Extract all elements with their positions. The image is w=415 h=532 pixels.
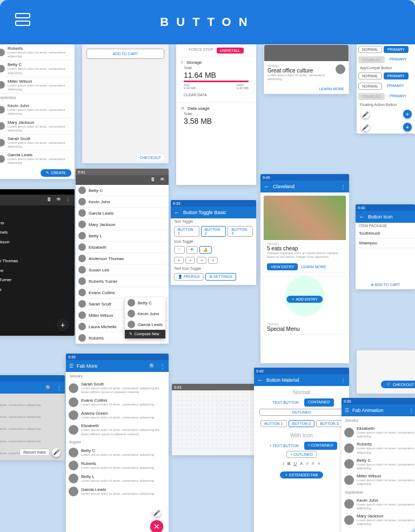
back-icon[interactable]: ← — [257, 377, 263, 383]
align-justify-icon[interactable]: ≡ — [208, 257, 218, 264]
delete-icon[interactable]: 🗑 — [151, 177, 155, 183]
menu-icon[interactable]: ☰ — [69, 363, 73, 369]
bell-icon[interactable]: 🔔 — [199, 246, 212, 254]
outlined-icon-button[interactable]: + OUTLINED — [286, 451, 316, 458]
add-entry-button[interactable]: + ADD ENTRY — [286, 296, 323, 303]
data-icon: ◔ — [180, 106, 184, 111]
mic-fab[interactable]: 🎤 — [152, 508, 161, 517]
color-icon[interactable]: A — [300, 461, 303, 466]
storage-icon: ≡ — [180, 59, 183, 65]
item: Toothbrush — [356, 229, 415, 238]
add-fab[interactable]: + — [56, 318, 69, 331]
checkout-button[interactable]: CHECKOUT — [137, 155, 164, 161]
avatar — [336, 64, 345, 74]
page-title: BUTTON — [160, 15, 255, 29]
back-icon[interactable]: ← — [264, 183, 270, 190]
mic-fab[interactable]: 🎤 — [361, 123, 370, 131]
contact-name: Roberts — [8, 46, 72, 51]
more-icon[interactable]: ⋮ — [409, 408, 414, 414]
more-icon[interactable]: ⋮ — [56, 385, 62, 391]
more-icon[interactable]: ⋮ — [66, 197, 70, 203]
back-icon[interactable]: ← — [359, 214, 365, 220]
eye-icon[interactable]: 👁 — [186, 246, 198, 254]
force-stop-button[interactable]: FORCE STOP — [189, 48, 213, 54]
heart-icon[interactable]: ♡ — [174, 246, 185, 254]
card-title: 5 eats cheap — [267, 245, 343, 251]
settings-button[interactable]: ⚙ SETTINGS — [205, 273, 236, 281]
food-image — [264, 196, 346, 240]
clear-data-button[interactable]: CLEAR DATA — [180, 90, 252, 100]
record-voice-button[interactable]: Record Voice — [19, 449, 50, 456]
add-fab[interactable]: + — [403, 123, 412, 131]
more-icon[interactable]: ⋮ — [160, 363, 165, 369]
align-right-icon[interactable]: ≡ — [197, 257, 206, 264]
profile-button[interactable]: 👤 PROFILE — [174, 273, 204, 281]
office-image — [264, 45, 349, 61]
data-usage: 3.58 MB — [180, 117, 252, 125]
card-title: Great office culture — [267, 68, 332, 74]
contained-button[interactable]: CONTAINED — [304, 398, 334, 407]
more-icon[interactable]: ⋮ — [340, 184, 346, 190]
search-icon[interactable]: 🔍 — [45, 385, 52, 391]
mic-fab[interactable]: 🎤 — [361, 110, 370, 118]
add-to-cart-button[interactable]: ADD TO CART — [86, 49, 164, 59]
align-left-icon[interactable]: ≡ — [306, 461, 309, 466]
learn-more-button[interactable]: LEARN MORE — [319, 87, 344, 91]
total-storage: 11.64 MB — [180, 71, 252, 79]
bold-icon[interactable]: B — [287, 461, 291, 466]
italic-icon[interactable]: I — [283, 461, 284, 466]
back-icon[interactable]: ← — [174, 209, 180, 216]
align-center-icon[interactable]: ≡ — [185, 257, 195, 264]
button1[interactable]: BUTTON 1 — [174, 226, 199, 237]
align-center-icon[interactable]: ≡ — [312, 461, 314, 466]
extended-fab[interactable]: + EXTENDED FAB — [280, 471, 323, 478]
uninstall-button[interactable]: UNINSTALL — [217, 48, 244, 54]
toolbar: 🗑 ✉ ⋮ — [0, 195, 75, 205]
contained-icon-button[interactable]: + CONTAINED — [304, 442, 337, 450]
align-right-icon[interactable]: ≡ — [318, 461, 320, 466]
mic-icon[interactable]: 🎤 — [52, 448, 61, 457]
text-button-icon[interactable]: + TEXT BUTTON — [266, 442, 302, 450]
delete-icon[interactable]: 🗑 — [47, 197, 51, 203]
add-to-cart-button[interactable]: ⊕ ADD TO CART — [356, 281, 415, 289]
view-entry-button[interactable]: VIEW ENTRY — [267, 263, 298, 270]
create-button[interactable]: ✎ CREATE — [41, 169, 71, 177]
menu-icon[interactable] — [15, 13, 31, 29]
menu-icon[interactable]: ☰ — [345, 408, 349, 413]
button2[interactable]: BUTTON 2 — [201, 226, 226, 237]
button3[interactable]: BUTTON 3 — [227, 226, 253, 237]
close-fab[interactable]: ✕ — [150, 520, 163, 532]
text-button[interactable]: TEXT BUTTON — [269, 398, 302, 407]
world-map — [172, 390, 256, 450]
learn-more-button[interactable]: LEARN MORE — [301, 265, 326, 269]
more-icon[interactable]: ⋮ — [340, 377, 346, 383]
underline-icon[interactable]: U — [293, 461, 297, 466]
checkout-button[interactable]: 🛒 CHECKOUT — [381, 381, 415, 388]
add-fab[interactable]: + — [403, 110, 412, 118]
outlined-button[interactable]: OUTLINED — [259, 409, 344, 416]
align-left-icon[interactable]: ≡ — [174, 257, 184, 264]
mail-icon[interactable]: ✉ — [57, 197, 61, 203]
item: Shampoo — [356, 238, 415, 248]
search-icon[interactable]: 🔍 — [149, 363, 156, 369]
mail-icon[interactable]: ✉ — [160, 177, 164, 183]
compose-button[interactable]: ✎ Compose New — [125, 330, 165, 338]
